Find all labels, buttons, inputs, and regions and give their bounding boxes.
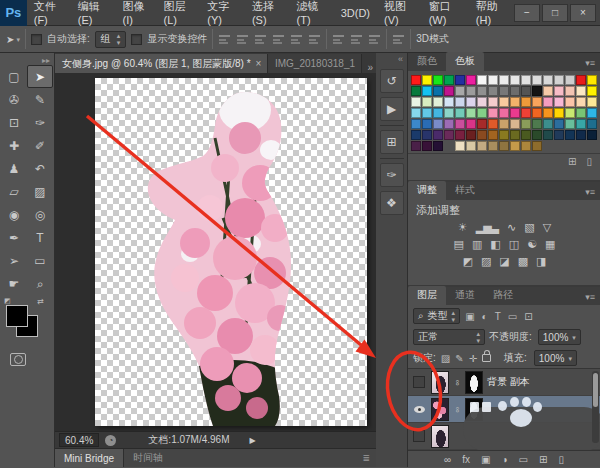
tab-swatches[interactable]: 色板 xyxy=(446,52,484,71)
color-swatch[interactable] xyxy=(587,130,597,140)
color-swatch[interactable] xyxy=(554,75,564,85)
menu-item-view[interactable]: 视图(V) xyxy=(377,0,422,26)
history-brush-tool[interactable]: ↶ xyxy=(27,157,53,180)
layers-scrollbar[interactable] xyxy=(592,371,599,443)
distribute-top-button[interactable] xyxy=(332,33,345,45)
hand-tool[interactable]: ☛ xyxy=(1,272,27,295)
color-swatch[interactable] xyxy=(532,141,542,151)
blur-tool[interactable]: ◉ xyxy=(1,203,27,226)
levels-icon[interactable]: ▂▅▃ xyxy=(476,221,498,234)
marquee-tool[interactable]: ▢ xyxy=(1,65,27,88)
fill-dropdown[interactable]: 100% ▾ xyxy=(534,350,577,366)
color-swatch[interactable] xyxy=(532,108,542,118)
color-swatch[interactable] xyxy=(488,141,498,151)
color-swatch[interactable] xyxy=(565,97,575,107)
hue-saturation-icon[interactable]: ▤ xyxy=(454,238,463,251)
color-swatch[interactable] xyxy=(510,86,520,96)
pen-tool[interactable]: ✒ xyxy=(1,226,27,249)
menu-item-edit[interactable]: 编辑(E) xyxy=(71,0,116,26)
shape-tool[interactable]: ▭ xyxy=(27,249,53,272)
color-swatch[interactable] xyxy=(543,119,553,129)
menu-item-3d[interactable]: 3D(D) xyxy=(334,7,377,19)
color-swatch[interactable] xyxy=(499,86,509,96)
color-swatch[interactable] xyxy=(510,97,520,107)
color-swatch[interactable] xyxy=(411,75,421,85)
color-swatch[interactable] xyxy=(444,97,454,107)
color-swatch[interactable] xyxy=(433,86,443,96)
color-swatch[interactable] xyxy=(455,108,465,118)
clone-stamp-tool[interactable]: ♟ xyxy=(1,157,27,180)
color-balance-icon[interactable]: ▥ xyxy=(472,238,481,251)
color-swatch[interactable] xyxy=(433,119,443,129)
color-swatch[interactable] xyxy=(433,75,443,85)
delete-layer-icon[interactable]: ▯ xyxy=(558,454,564,465)
layer-thumbnail[interactable] xyxy=(431,371,449,394)
foreground-color-swatch[interactable] xyxy=(6,305,28,327)
document-canvas[interactable] xyxy=(95,78,367,426)
color-swatch[interactable] xyxy=(488,130,498,140)
align-left-button[interactable] xyxy=(218,33,231,45)
color-swatch[interactable] xyxy=(532,86,542,96)
type-tool[interactable]: T xyxy=(27,226,53,249)
color-swatch[interactable] xyxy=(543,108,553,118)
color-swatch[interactable] xyxy=(532,97,542,107)
color-swatch[interactable] xyxy=(422,97,432,107)
color-swatch[interactable] xyxy=(455,75,465,85)
auto-select-dropdown[interactable]: 组 ▴▾ xyxy=(95,31,127,48)
tab-paths[interactable]: 路径 xyxy=(484,286,522,305)
color-swatch[interactable] xyxy=(499,97,509,107)
layer-style-icon[interactable]: fx xyxy=(462,454,470,465)
color-swatch[interactable] xyxy=(411,97,421,107)
gradient-map-icon[interactable]: ◨ xyxy=(536,255,545,268)
tab-styles[interactable]: 样式 xyxy=(446,181,484,200)
lock-all-icon[interactable] xyxy=(482,354,491,362)
black-white-icon[interactable]: ◧ xyxy=(490,238,499,251)
new-swatch-icon[interactable]: ⊞ xyxy=(568,156,576,167)
document-tab-active[interactable]: 女侧身.jpg @ 60.4% (图层 1, 图层蒙版/8) * × xyxy=(55,54,268,73)
healing-brush-tool[interactable]: ✚ xyxy=(1,134,27,157)
color-swatch[interactable] xyxy=(477,86,487,96)
color-swatch[interactable] xyxy=(444,75,454,85)
color-swatch[interactable] xyxy=(422,75,432,85)
layer-row[interactable]: ∞背景 副本 xyxy=(408,369,600,396)
eraser-tool[interactable]: ▱ xyxy=(1,180,27,203)
gradient-tool[interactable]: ▨ xyxy=(27,180,53,203)
clone-source-panel-icon[interactable]: ⊞ xyxy=(380,130,404,154)
posterize-icon[interactable]: ▨ xyxy=(481,255,490,268)
color-swatch[interactable] xyxy=(576,108,586,118)
color-swatch[interactable] xyxy=(532,119,542,129)
color-swatch[interactable] xyxy=(466,108,476,118)
color-swatch[interactable] xyxy=(455,86,465,96)
brightness-contrast-icon[interactable]: ☀ xyxy=(458,221,467,234)
tab-timeline[interactable]: 时间轴 xyxy=(124,449,172,467)
color-swatch[interactable] xyxy=(510,130,520,140)
color-swatch[interactable] xyxy=(521,141,531,151)
color-swatch[interactable] xyxy=(433,130,443,140)
filter-type-icon[interactable]: T xyxy=(495,311,501,322)
color-swatch[interactable] xyxy=(554,130,564,140)
invert-icon[interactable]: ◩ xyxy=(462,255,471,268)
color-swatch[interactable] xyxy=(488,97,498,107)
menu-item-type[interactable]: 文字(Y) xyxy=(200,0,245,26)
visibility-toggle[interactable] xyxy=(411,376,427,388)
color-swatch[interactable] xyxy=(587,86,597,96)
blend-mode-dropdown[interactable]: 正常 ▴▾ xyxy=(413,329,485,345)
trash-icon[interactable]: ▯ xyxy=(586,156,592,167)
color-swatch[interactable] xyxy=(488,86,498,96)
auto-align-button[interactable] xyxy=(392,33,405,45)
color-swatch[interactable] xyxy=(466,130,476,140)
color-swatch[interactable] xyxy=(466,75,476,85)
curves-icon[interactable]: ∿ xyxy=(507,221,515,234)
brush-panel-icon[interactable]: ✑ xyxy=(380,163,404,187)
color-swatch[interactable] xyxy=(477,97,487,107)
eyedropper-tool[interactable]: ✑ xyxy=(27,111,53,134)
color-swatch[interactable] xyxy=(576,130,586,140)
color-swatch[interactable] xyxy=(477,130,487,140)
color-swatch[interactable] xyxy=(510,119,520,129)
quick-select-tool[interactable]: ✎ xyxy=(27,88,53,111)
canvas-area[interactable] xyxy=(55,73,376,431)
color-swatch[interactable] xyxy=(422,108,432,118)
color-swatch[interactable] xyxy=(565,108,575,118)
lasso-tool[interactable]: ✇ xyxy=(1,88,27,111)
selective-color-icon[interactable]: ▩ xyxy=(518,255,527,268)
